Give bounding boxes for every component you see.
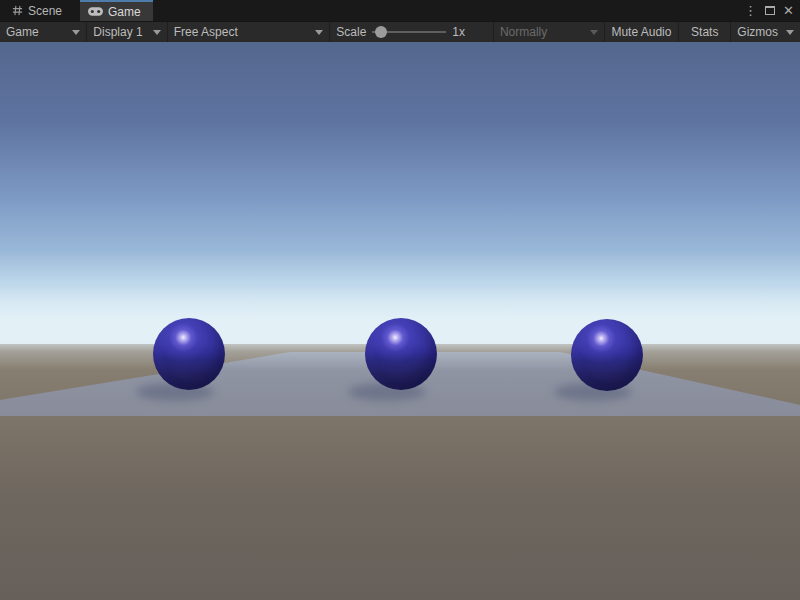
stats-button[interactable]: Stats — [679, 22, 731, 42]
sky-gradient — [0, 42, 800, 345]
scale-label: Scale — [336, 25, 366, 39]
tabbar-spacer — [153, 0, 744, 21]
play-mode-label: Normally — [500, 25, 547, 39]
game-viewport[interactable] — [0, 42, 800, 600]
display-popup[interactable]: Display 1 — [87, 22, 167, 42]
play-mode-popup[interactable]: Normally — [493, 22, 605, 42]
display-popup-label: Display 1 — [93, 25, 142, 39]
chevron-down-icon — [786, 30, 794, 35]
aspect-ratio-popup[interactable]: Free Aspect — [168, 22, 331, 42]
chevron-down-icon — [315, 30, 323, 35]
gizmos-label: Gizmos — [737, 25, 778, 39]
maximize-icon[interactable] — [765, 4, 775, 17]
sphere-2 — [365, 318, 437, 390]
sphere-1 — [153, 318, 225, 390]
tab-scene[interactable]: Scene — [4, 0, 74, 21]
mute-audio-label: Mute Audio — [611, 25, 671, 39]
tab-scene-label: Scene — [28, 4, 62, 18]
sphere-3 — [571, 319, 643, 391]
scale-control: Scale 1x — [330, 22, 493, 42]
kebab-menu-icon[interactable]: ⋮ — [744, 4, 757, 17]
scale-value: 1x — [452, 25, 465, 39]
game-view-toolbar: Game Display 1 Free Aspect Scale 1x Norm… — [0, 21, 800, 42]
aspect-ratio-label: Free Aspect — [174, 25, 238, 39]
tab-game[interactable]: Game — [80, 0, 153, 21]
unity-game-window: Scene Game ⋮ ✕ Game Display 1 — [0, 0, 800, 600]
tab-game-label: Game — [108, 5, 141, 19]
chevron-down-icon — [590, 30, 598, 35]
camera-popup[interactable]: Game — [0, 22, 87, 42]
stats-label: Stats — [691, 25, 718, 39]
mute-audio-button[interactable]: Mute Audio — [605, 22, 680, 42]
gizmos-popup[interactable]: Gizmos — [731, 22, 800, 42]
grid-icon — [12, 5, 23, 16]
chevron-down-icon — [153, 30, 161, 35]
camera-popup-label: Game — [6, 25, 39, 39]
tab-bar: Scene Game ⋮ ✕ — [0, 0, 800, 21]
gamepad-icon — [88, 7, 103, 16]
chevron-down-icon — [72, 30, 80, 35]
window-controls: ⋮ ✕ — [744, 0, 800, 21]
scale-slider[interactable] — [372, 25, 446, 39]
close-icon[interactable]: ✕ — [783, 4, 794, 17]
scale-slider-knob[interactable] — [375, 26, 387, 38]
maximize-box — [765, 6, 775, 15]
